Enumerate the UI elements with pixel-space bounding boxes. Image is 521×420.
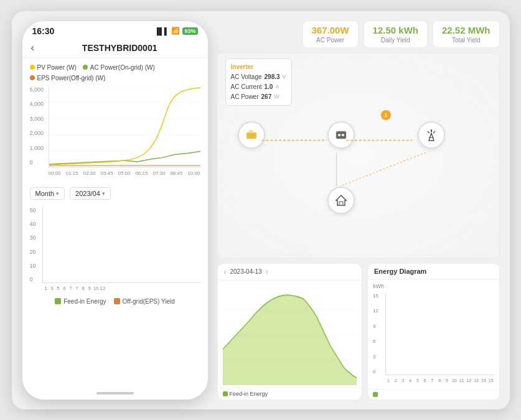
- solar-icon-circle: [238, 121, 265, 149]
- period-dropdown[interactable]: Month ▾: [30, 187, 65, 200]
- daily-panel-footer: Feed-in Energy: [218, 388, 362, 399]
- svg-rect-7: [246, 133, 256, 139]
- phone-home-indicator: [22, 387, 208, 399]
- svg-line-23: [433, 131, 435, 133]
- y-axis-labels: 5,000 4,000 3,000 2,000 1,000 0: [30, 86, 49, 167]
- daily-legend-sq: [223, 391, 228, 396]
- stat-total-label: Total Yield: [442, 37, 490, 44]
- daily-panel-header: ‹ 2023-04-13 ›: [218, 264, 362, 281]
- date-label: 2023/04: [75, 190, 100, 197]
- bar-chart-area: [42, 207, 200, 283]
- svg-marker-24: [429, 133, 434, 141]
- ac-voltage-name: AC Voltage: [231, 72, 262, 82]
- daily-legend-item: Feed-in Energy: [223, 391, 268, 397]
- svg-line-16: [249, 131, 250, 132]
- stat-total-yield: 22.52 MWh Total Yield: [433, 21, 500, 48]
- energy-y-labels: 15 12 9 6 3 0: [373, 293, 385, 375]
- home-line: [96, 392, 134, 394]
- bottom-panels: ‹ 2023-04-13 ›: [217, 263, 500, 400]
- ac-power-unit: W: [274, 92, 279, 101]
- stat-ac-label: AC Power: [312, 37, 349, 44]
- ac-label: AC Power(On-grid) (W): [90, 64, 155, 71]
- pv-label: PV Power (W): [37, 64, 77, 71]
- daily-prev-btn[interactable]: ‹: [224, 268, 227, 276]
- period-label: Month: [35, 190, 55, 197]
- wifi-icon: 📶: [171, 27, 180, 35]
- offgrid-box: [114, 298, 120, 304]
- stat-total-value: 22.52 MWh: [442, 25, 490, 35]
- right-panel: 367.00W AC Power 12.50 kWh Daily Yield 2…: [217, 21, 500, 400]
- grid-icon-circle: [418, 121, 445, 149]
- daily-date-label: 2023-04-13: [230, 268, 262, 275]
- bar-y-labels: 50 40 30 20 10 0: [30, 207, 42, 283]
- energy-legend-item: [373, 392, 380, 397]
- stat-daily-value: 12.50 kWh: [373, 25, 418, 35]
- stat-daily-yield: 12.50 kWh Daily Yield: [364, 21, 428, 48]
- phone: 16:30 ▐▌▌ 📶 93% ‹ TESTHYBRID0001 PV Powe…: [22, 21, 209, 400]
- inverter-title: Inverter: [231, 62, 286, 72]
- line-chart-section: PV Power (W) AC Power(On-grid) (W) EPS P…: [22, 58, 208, 182]
- daily-chart-panel: ‹ 2023-04-13 ›: [217, 263, 363, 400]
- period-arrow: ▾: [56, 190, 59, 197]
- phone-header: ‹ TESTHYBRID0001: [22, 39, 208, 58]
- feed-in-box: [55, 298, 61, 304]
- ac-power-value: 267: [261, 92, 272, 102]
- svg-rect-27: [339, 202, 343, 205]
- svg-line-15: [252, 131, 253, 132]
- x-axis-labels: 00:00 01:15 02:30 03:45 05:00 06:15 07:3…: [49, 167, 200, 180]
- phone-status-bar: 16:30 ▐▌▌ 📶 93%: [22, 21, 208, 39]
- phone-icons: ▐▌▌ 📶 93%: [154, 27, 197, 35]
- signal-icon: ▐▌▌: [154, 27, 169, 35]
- legend-feed-in: Feed-in Energy: [55, 298, 106, 305]
- ac-power-name: AC Power: [231, 92, 259, 102]
- ac-current-name: AC Current: [231, 82, 262, 92]
- home-node: [327, 187, 355, 214]
- power-flow-diagram: Inverter AC Voltage 298.3 V AC Current 1…: [217, 53, 500, 258]
- home-icon-circle: [327, 187, 355, 214]
- inverter-node: [327, 121, 355, 149]
- bar-chart-wrapper: 50 40 30 20 10 0: [30, 207, 200, 294]
- energy-panel-footer: [368, 389, 499, 399]
- battery-badge: 93%: [182, 27, 197, 35]
- eps-label: EPS Power(Off-grid) (W): [37, 75, 106, 82]
- svg-line-22: [428, 131, 429, 133]
- daily-panel-body: [218, 281, 362, 388]
- offgrid-label: Off-grid(EPS) Yield: [123, 298, 175, 305]
- controls-row: Month ▾ 2023/04 ▾: [22, 182, 208, 205]
- inverter-info-box: Inverter AC Voltage 298.3 V AC Current 1…: [225, 58, 292, 106]
- grid-node: [418, 121, 445, 149]
- energy-bar-chart: kWh 15 12 9 6 3 0: [373, 283, 494, 386]
- energy-diagram-panel: Energy Diagram kWh 15 12 9 6 3 0: [367, 263, 499, 400]
- ac-voltage-row: AC Voltage 298.3 V: [231, 72, 286, 82]
- daily-legend-label: Feed-in Energy: [230, 391, 268, 397]
- ac-current-unit: A: [275, 82, 279, 91]
- ac-current-value: 1.0: [265, 82, 273, 92]
- area-chart-svg: [223, 284, 357, 385]
- energy-x-labels: 1 2 3 4 5 6 7 8 9 10 11 12 13: [385, 375, 494, 386]
- energy-legend-sq: [373, 392, 378, 397]
- date-dropdown[interactable]: 2023/04 ▾: [70, 187, 111, 200]
- stat-daily-label: Daily Yield: [373, 37, 418, 44]
- kwh-label: kWh: [373, 283, 494, 289]
- back-button[interactable]: ‹: [31, 42, 34, 54]
- legend-pv: PV Power (W): [30, 64, 77, 71]
- stat-ac-power: 367.00W AC Power: [303, 21, 359, 48]
- pv-dot: [30, 65, 35, 70]
- energy-chart-area: [385, 293, 494, 375]
- bar-x-labels: 1 3 5 6 7 7 8 9 10 12: [42, 283, 200, 294]
- daily-next-btn[interactable]: ›: [266, 268, 268, 276]
- ac-dot: [83, 65, 88, 70]
- ac-voltage-unit: V: [283, 72, 286, 81]
- line-chart-legend: PV Power (W) AC Power(On-grid) (W) EPS P…: [30, 64, 200, 82]
- inverter-icon-circle: [327, 121, 355, 149]
- notification-dot: 1: [381, 110, 391, 120]
- line-chart-wrapper: 5,000 4,000 3,000 2,000 1,000 0: [30, 86, 200, 180]
- feed-in-label: Feed-in Energy: [63, 298, 106, 305]
- outer-container: 16:30 ▐▌▌ 📶 93% ‹ TESTHYBRID0001 PV Powe…: [12, 11, 510, 409]
- energy-panel-body: kWh 15 12 9 6 3 0: [368, 279, 499, 389]
- phone-body: PV Power (W) AC Power(On-grid) (W) EPS P…: [22, 58, 208, 387]
- stats-bar: 367.00W AC Power 12.50 kWh Daily Yield 2…: [217, 21, 500, 48]
- ac-current-row: AC Current 1.0 A: [231, 82, 286, 92]
- energy-panel-title: Energy Diagram: [374, 268, 426, 275]
- legend-eps: EPS Power(Off-grid) (W): [30, 75, 106, 82]
